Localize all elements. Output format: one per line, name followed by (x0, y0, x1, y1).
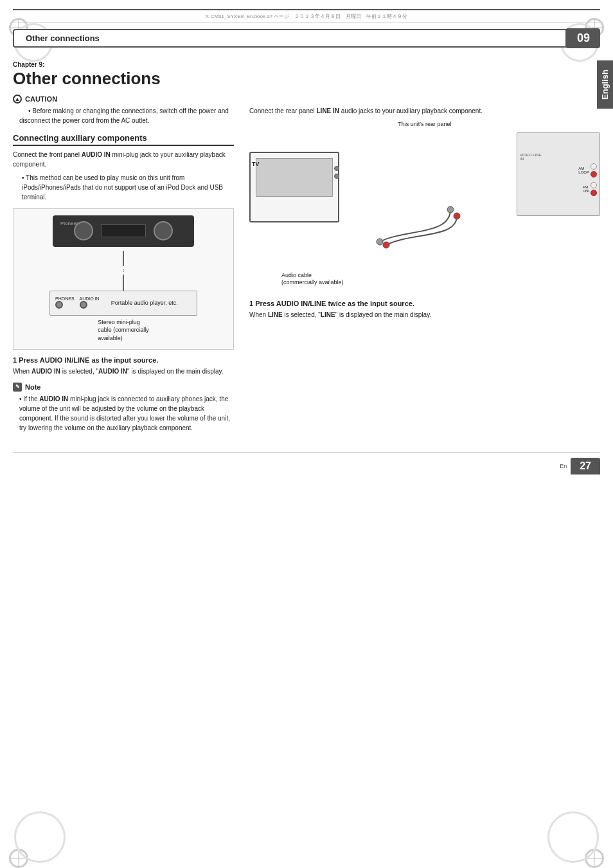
step1-right-text: When LINE is selected, "LINE" is display… (249, 310, 600, 320)
rear-port-r1 (591, 171, 597, 177)
page: English X-CM31_SYXE8_En.book 27 ページ ２０１３… (0, 9, 613, 868)
note-text: • If the AUDIO IN mini-plug jack is conn… (13, 394, 234, 433)
diagram-front-panel: Pioneer ↕ PHONES (13, 208, 234, 350)
aux-intro: Connect the front panel AUDIO IN mini-pl… (13, 150, 234, 169)
video-line-label: VIDEO LINEIN (520, 153, 542, 161)
tv-screen (256, 158, 333, 197)
tv-illustration: TV (249, 152, 339, 222)
stereo-cable-caption: Stereo mini-plugcable (commerciallyavail… (98, 318, 149, 343)
chapter-header-band: Other connections 09 (13, 28, 600, 48)
deco-circle-br (547, 811, 599, 863)
front-panel-ports: PHONES AUDIO IN Portable audio player, e… (55, 296, 191, 310)
front-panel-illustration: PHONES AUDIO IN Portable audio player, e… (49, 291, 197, 316)
cable-symbol: ↕ (122, 267, 125, 273)
rear-port-w2 (591, 182, 597, 188)
chapter-label: Chapter 9: (13, 61, 234, 68)
aux-bullet: This method can be used to play music on… (13, 173, 234, 202)
svg-point-2 (377, 239, 383, 245)
top-header: X-CM31_SYXE8_En.book 27 ページ ２０１３年４月８日 月曜… (13, 9, 600, 23)
step1-left-heading: 1 Press AUDIO IN/LINE as the input sourc… (13, 356, 234, 364)
left-column: Chapter 9: Other connections ▲ CAUTION B… (13, 55, 244, 439)
right-column: Connect the rear panel LINE IN audio jac… (244, 55, 600, 439)
caution-box: ▲ CAUTION Before making or changing the … (13, 95, 234, 125)
caution-text: Before making or changing the connection… (13, 106, 234, 125)
diagram-rear-panel: TV VIDEO LINEIN AMLOOP (249, 132, 600, 287)
tv-ports (334, 166, 339, 179)
rear-port-r2 (591, 190, 597, 196)
step1-left-text: When AUDIO IN is selected, "AUDIO IN" is… (13, 366, 234, 376)
cable-line2 (123, 275, 124, 291)
file-info: X-CM31_SYXE8_En.book 27 ページ ２０１３年４月８日 月曜… (32, 13, 581, 20)
svg-point-0 (447, 206, 454, 213)
note-icon: ✎ (13, 383, 22, 392)
rear-panel-ports: AMLOOP FMUNI (578, 163, 597, 196)
svg-point-1 (454, 213, 460, 219)
note-header: ✎ Note (13, 383, 234, 392)
device-display (101, 224, 146, 237)
right-intro: Connect the rear panel LINE IN audio jac… (249, 106, 600, 116)
rear-port-w1 (591, 163, 597, 170)
language-tab: English (597, 60, 613, 109)
step1-right-heading: 1 Press AUDIO IN/LINE twice as the input… (249, 300, 600, 307)
am-loop-label: AMLOOP (578, 167, 589, 174)
chapter-number: 09 (567, 28, 600, 48)
main-content: Chapter 9: Other connections ▲ CAUTION B… (13, 48, 600, 439)
cable-line (123, 251, 124, 267)
rear-row-2: FMUNI (583, 182, 597, 196)
port-group-2 (591, 182, 597, 196)
section-heading-aux: Connecting auxiliary components (13, 133, 234, 146)
svg-point-3 (383, 242, 389, 248)
portable-label: Portable audio player, etc. (111, 300, 178, 306)
caution-header: ▲ CAUTION (13, 95, 234, 104)
note-label: Note (25, 383, 40, 391)
caution-icon: ▲ (13, 95, 22, 104)
rear-panel-illustration: VIDEO LINEIN AMLOOP FMUNI (517, 132, 600, 216)
note-box: ✎ Note • If the AUDIO IN mini-plug jack … (13, 383, 234, 433)
page-footer: En 27 (13, 452, 600, 475)
device-knob2 (154, 221, 173, 240)
caution-label: CAUTION (25, 95, 57, 103)
audio-in-port (80, 301, 87, 309)
stereo-device-illustration: Pioneer (53, 215, 194, 247)
fm-uni-label: FMUNI (583, 185, 589, 193)
tv-port-1 (334, 166, 339, 171)
phones-label: PHONES (55, 296, 75, 301)
tv-port-2 (334, 174, 339, 179)
rear-row-1: AMLOOP (578, 163, 597, 177)
audio-in-label: AUDIO IN (80, 296, 100, 301)
phones-port-group: PHONES (55, 296, 75, 310)
port-group-1 (591, 163, 597, 177)
chapter-header-title: Other connections (13, 29, 567, 48)
rear-panel-label: This unit's rear panel (249, 121, 600, 127)
caution-bullet: Before making or changing the connection… (19, 107, 229, 124)
page-number: 27 (571, 458, 600, 475)
page-en-label: En (560, 463, 567, 469)
tv-label: TV (252, 161, 260, 167)
deco-circle-bl (14, 811, 66, 863)
audio-cable-label: Audio cable(commercially available) (281, 272, 344, 287)
phones-port (55, 301, 63, 309)
chapter-title: Other connections (13, 69, 234, 88)
audio-in-port-group: AUDIO IN (80, 296, 100, 310)
